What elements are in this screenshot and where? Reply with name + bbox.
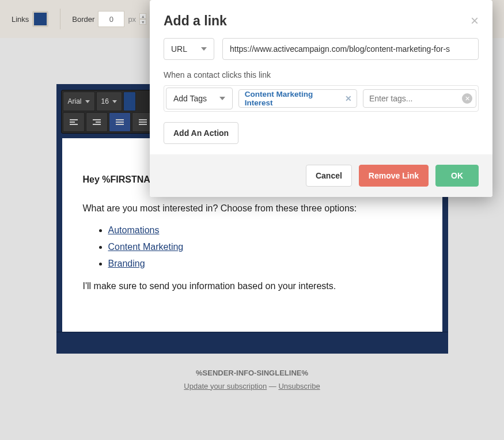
- sender-info: %SENDER-INFO-SINGLELINE%: [0, 369, 504, 377]
- border-width-input[interactable]: [98, 11, 124, 27]
- cancel-button[interactable]: Cancel: [306, 165, 352, 187]
- remove-tag-icon[interactable]: ✕: [345, 94, 352, 103]
- link-type-value: URL: [171, 44, 187, 54]
- links-label: Links: [12, 15, 29, 24]
- list-item: Content Marketing: [108, 240, 422, 255]
- link-automations[interactable]: Automations: [108, 225, 160, 235]
- intro-text: What are you most interested in? Choose …: [83, 202, 422, 216]
- chevron-down-icon: [219, 97, 225, 100]
- text-color-button[interactable]: [123, 92, 136, 111]
- tag-chip: Content Marketing Interest ✕: [238, 89, 357, 108]
- tag-action-select[interactable]: Add Tags: [166, 88, 233, 109]
- canvas-footer-strip: [56, 332, 448, 354]
- border-unit: px: [128, 15, 136, 24]
- chevron-down-icon: [201, 47, 207, 51]
- email-footer: %SENDER-INFO-SINGLELINE% Update your sub…: [0, 354, 504, 405]
- list-item: Automations: [108, 223, 422, 238]
- numbered-list-icon: [139, 118, 147, 126]
- text-block-toolbar: Arial 16: [61, 90, 156, 134]
- ok-button[interactable]: OK: [435, 165, 479, 187]
- option-list: Automations Content Marketing Branding: [108, 223, 422, 271]
- modal-footer: Cancel Remove Link OK: [150, 154, 492, 197]
- bullet-list-button[interactable]: [109, 112, 131, 132]
- closing-text: I'll make sure to send you information b…: [83, 279, 422, 294]
- link-content-marketing[interactable]: Content Marketing: [108, 242, 184, 252]
- link-color-swatch[interactable]: [32, 11, 48, 27]
- outdent-button[interactable]: [63, 112, 85, 132]
- font-size-select[interactable]: 16: [96, 92, 122, 111]
- indent-button[interactable]: [86, 112, 108, 132]
- tag-row: Add Tags Content Marketing Interest ✕ ✕: [164, 85, 479, 112]
- font-family-select[interactable]: Arial: [63, 92, 95, 111]
- outdent-icon: [70, 118, 78, 126]
- remove-link-button[interactable]: Remove Link: [359, 165, 429, 187]
- add-action-button[interactable]: Add An Action: [164, 122, 238, 144]
- divider: [60, 9, 60, 29]
- link-branding[interactable]: Branding: [108, 259, 145, 268]
- link-type-select[interactable]: URL: [164, 38, 214, 60]
- add-link-modal: Add a link × URL When a contact clicks t…: [150, 0, 492, 197]
- links-color-group: Links: [6, 7, 54, 31]
- close-icon[interactable]: ×: [471, 13, 479, 29]
- clear-tags-icon[interactable]: ✕: [462, 93, 472, 104]
- modal-title: Add a link: [164, 13, 227, 29]
- border-label: Border: [72, 15, 94, 24]
- list-item: Branding: [108, 257, 422, 271]
- update-subscription-link[interactable]: Update your subscription: [184, 382, 267, 390]
- url-input[interactable]: [222, 38, 479, 60]
- border-stepper[interactable]: ▲▼: [139, 13, 146, 25]
- click-sublabel: When a contact clicks this link: [164, 70, 479, 79]
- unsubscribe-link[interactable]: Unsubscribe: [278, 382, 320, 390]
- tag-chip-label: Content Marketing Interest: [245, 90, 340, 107]
- indent-icon: [93, 118, 101, 126]
- tag-input[interactable]: [363, 89, 476, 108]
- bullet-list-icon: [116, 118, 124, 126]
